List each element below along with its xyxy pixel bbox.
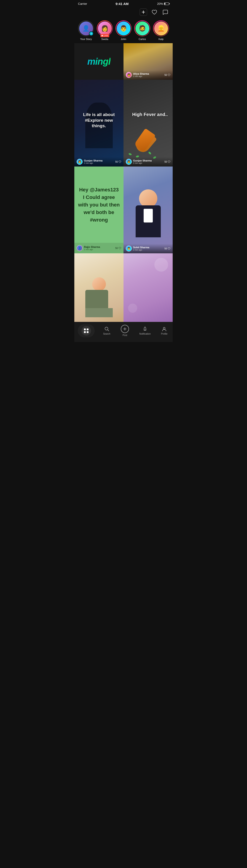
- likes-sohit: 56: [164, 247, 170, 250]
- top-icons-bar: [74, 7, 173, 18]
- time-aliya: 2 min ago: [133, 75, 149, 78]
- bottom-nav: Search Post Notification: [74, 322, 173, 342]
- svg-rect-4: [84, 331, 86, 333]
- story-item-your-story[interactable]: 👤 + Your Story: [78, 20, 94, 40]
- story-label-your-story: Your Story: [80, 38, 92, 40]
- post-card-text[interactable]: Hey @James123 I Could agree with you but…: [74, 166, 124, 253]
- story-item-john[interactable]: 👨 John: [115, 20, 132, 40]
- svg-rect-5: [87, 331, 88, 333]
- story-label-kalp: Kalp: [159, 38, 164, 40]
- bell-icon: [142, 326, 148, 332]
- nav-item-post[interactable]: Post: [119, 324, 131, 337]
- home-icon: [81, 326, 91, 336]
- add-post-button[interactable]: [140, 8, 147, 16]
- story-item-kalp[interactable]: 👱 Kalp: [153, 20, 169, 40]
- plus-icon: [142, 10, 145, 14]
- story-label-sweta: Sweta: [101, 38, 108, 40]
- heart-icon: [152, 9, 157, 14]
- time-rajjo: 2 min ago: [84, 248, 100, 251]
- avatar-kalp: 👱: [154, 22, 168, 35]
- nav-item-search[interactable]: Search: [101, 325, 112, 336]
- username-gunjan2: Gunjan Sharma: [133, 159, 152, 162]
- avatar-john: 👨: [117, 22, 131, 35]
- feed-grid: mingl 👩 Aliya Sharma 2 min ago 56: [74, 43, 173, 322]
- svg-line-7: [108, 330, 109, 331]
- nav-label-notification: Notification: [139, 333, 150, 335]
- avatar-gunjan1: 👩: [77, 159, 83, 165]
- messages-button[interactable]: [162, 8, 169, 16]
- battery-area: 20%: [157, 2, 169, 5]
- username-sohit: Sohit Sharma: [133, 246, 149, 249]
- avatar-sohit: 👨: [126, 246, 132, 251]
- time-gunjan1: 2 min ago: [84, 162, 103, 164]
- likes-rajjo: 56: [115, 247, 121, 249]
- post-card-purple[interactable]: [124, 253, 173, 322]
- post-text-message: Hey @James123 I Could agree with you but…: [78, 186, 120, 224]
- mingl-logo: mingl: [87, 56, 111, 67]
- username-rajjo: Rajjo Sharma: [84, 246, 100, 248]
- avatar-carlos: 🧔: [135, 22, 149, 35]
- likes-button[interactable]: [151, 8, 158, 16]
- nav-label-profile: Profile: [161, 333, 167, 335]
- post-card-pills[interactable]: High Fever and.. 👩 Gunjan Sharma 2 min a…: [124, 80, 173, 166]
- likes-gunjan1: 56: [115, 161, 121, 163]
- nav-item-profile[interactable]: Profile: [159, 325, 169, 336]
- profile-icon: [162, 326, 167, 332]
- post-overlay-2: 👩 Aliya Sharma 2 min ago 56: [124, 70, 173, 80]
- live-badge-sweta: LIVE: [101, 34, 109, 37]
- status-bar: Carrier 9:41 AM 20%: [74, 0, 173, 7]
- carrier-text: Carrier: [78, 2, 87, 5]
- svg-point-11: [163, 327, 165, 329]
- post-quote-woman-hat: Life is all about #Explore new things.: [79, 112, 119, 129]
- battery-icon: [164, 2, 169, 5]
- likes-aliya: 56: [164, 74, 170, 76]
- post-overlay-1: 👩 Gunjan Sharma 2 min ago 56: [74, 157, 124, 166]
- post-overlay-pills: 👩 Gunjan Sharma 2 min ago 56: [124, 157, 173, 166]
- username-aliya: Aliya Sharma: [133, 72, 149, 75]
- username-gunjan1: Gunjan Sharma: [84, 159, 103, 162]
- post-overlay-suit: 👨 Sohit Sharma 2 min ago 56: [124, 244, 173, 253]
- search-icon: [104, 326, 110, 332]
- svg-rect-2: [84, 329, 86, 330]
- svg-rect-3: [87, 329, 88, 330]
- battery-percent: 20%: [157, 2, 163, 5]
- likes-gunjan2: 56: [164, 161, 170, 163]
- avatar-sweta: 👩: [98, 22, 112, 35]
- logo-card: mingl: [74, 43, 124, 80]
- time-text: 9:41 AM: [115, 2, 129, 6]
- post-card-woman-hat[interactable]: Life is all about #Explore new things. 👩…: [74, 80, 124, 166]
- post-quote-pills: High Fever and..: [129, 112, 168, 117]
- time-sohit: 2 min ago: [133, 249, 149, 251]
- avatar-aliya: 👩: [126, 72, 132, 78]
- nav-label-post: Post: [122, 334, 127, 337]
- nav-item-home[interactable]: [78, 324, 95, 337]
- post-card-man-suit[interactable]: 👨 Sohit Sharma 2 min ago 56: [124, 166, 173, 253]
- message-icon: [163, 9, 168, 14]
- add-story-button[interactable]: +: [89, 31, 93, 36]
- avatar-gunjan2: 👩: [126, 159, 132, 165]
- nav-item-notification[interactable]: Notification: [137, 325, 152, 336]
- stories-row: 👤 + Your Story 👩 LIVE Sweta 👨: [74, 18, 173, 43]
- time-gunjan2: 2 min ago: [133, 162, 152, 164]
- story-label-carlos: Carlos: [139, 38, 146, 40]
- avatar-rajjo: 👤: [77, 245, 83, 251]
- nav-label-search: Search: [103, 333, 110, 335]
- post-card-hair-bun[interactable]: 👩 Aliya Sharma 2 min ago 56: [124, 43, 173, 80]
- story-label-john: John: [121, 38, 126, 40]
- story-item-carlos[interactable]: 🧔 Carlos: [134, 20, 150, 40]
- post-card-man-sitting[interactable]: [74, 253, 124, 322]
- post-add-icon: [121, 325, 129, 333]
- story-item-sweta[interactable]: 👩 LIVE Sweta: [97, 20, 113, 40]
